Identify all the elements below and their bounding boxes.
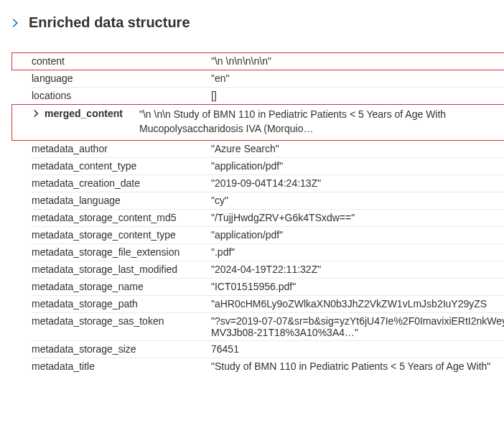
key-metadata-content-type: metadata_content_type — [32, 160, 211, 172]
row-metadata-title[interactable]: metadata_title "Study of BMN 110 in Pedi… — [32, 358, 504, 375]
row-metadata-storage-sas-token[interactable]: metadata_storage_sas_token "?sv=2019-07-… — [32, 312, 504, 340]
section-title: Enriched data structure — [29, 14, 190, 31]
key-merged-content: merged_content — [32, 108, 139, 119]
row-language[interactable]: language "en" — [32, 70, 504, 87]
key-metadata-author: metadata_author — [32, 143, 211, 154]
chevron-right-icon — [10, 18, 20, 28]
key-metadata-storage-content-md5: metadata_storage_content_md5 — [32, 212, 211, 223]
row-metadata-storage-size[interactable]: metadata_storage_size 76451 — [32, 340, 504, 358]
row-metadata-content-type[interactable]: metadata_content_type "application/pdf" — [32, 157, 504, 174]
row-metadata-storage-path[interactable]: metadata_storage_path "aHR0cHM6Ly9oZWlka… — [32, 295, 504, 312]
val-metadata-title: "Study of BMN 110 in Pediatric Patients … — [211, 360, 504, 372]
key-metadata-title: metadata_title — [32, 360, 211, 372]
key-metadata-storage-size: metadata_storage_size — [32, 343, 211, 355]
row-metadata-creation-date[interactable]: metadata_creation_date "2019-09-04T14:24… — [32, 174, 504, 192]
val-metadata-author: "Azure Search" — [211, 143, 504, 154]
key-locations: locations — [32, 90, 211, 101]
chevron-right-icon — [32, 109, 40, 118]
merged-content-label: merged_content — [45, 108, 123, 119]
key-metadata-storage-last-modified: metadata_storage_last_modified — [32, 264, 211, 275]
val-language: "en" — [211, 73, 504, 84]
key-metadata-storage-content-type: metadata_storage_content_type — [32, 229, 211, 241]
row-merged-content[interactable]: merged_content "\n \n\n Study of BMN 110… — [32, 104, 504, 140]
val-metadata-storage-file-extension: ".pdf" — [211, 246, 504, 258]
val-metadata-language: "cy" — [211, 195, 504, 206]
val-metadata-storage-sas-token: "?sv=2019-07-07&sr=b&sig=yzYt6jU47Ie%2F0… — [211, 315, 504, 338]
row-metadata-storage-content-md5[interactable]: metadata_storage_content_md5 "/TujjHwdgZ… — [32, 209, 504, 226]
key-metadata-storage-file-extension: metadata_storage_file_extension — [32, 246, 211, 258]
key-metadata-creation-date: metadata_creation_date — [32, 177, 211, 189]
val-metadata-creation-date: "2019-09-04T14:24:13Z" — [211, 177, 504, 189]
val-metadata-storage-content-type: "application/pdf" — [211, 229, 504, 241]
val-metadata-content-type: "application/pdf" — [211, 160, 504, 172]
key-metadata-storage-name: metadata_storage_name — [32, 281, 211, 292]
row-metadata-storage-name[interactable]: metadata_storage_name "ICT01515956.pdf" — [32, 278, 504, 295]
data-table: content "\n \n\n\n\n\n" language "en" lo… — [32, 52, 504, 375]
val-metadata-storage-last-modified: "2024-04-19T22:11:32Z" — [211, 264, 504, 275]
row-content[interactable]: content "\n \n\n\n\n\n" — [32, 52, 504, 70]
val-content: "\n \n\n\n\n\n" — [211, 55, 504, 67]
row-metadata-author[interactable]: metadata_author "Azure Search" — [32, 140, 504, 157]
val-locations: [] — [211, 90, 504, 101]
row-metadata-storage-last-modified[interactable]: metadata_storage_last_modified "2024-04-… — [32, 261, 504, 278]
key-metadata-storage-sas-token: metadata_storage_sas_token — [32, 315, 211, 327]
val-metadata-storage-name: "ICT01515956.pdf" — [211, 281, 504, 292]
val-metadata-storage-content-md5: "/TujjHwdgZRV+G6k4TSxdw==" — [211, 212, 504, 223]
key-metadata-storage-path: metadata_storage_path — [32, 298, 211, 309]
key-metadata-language: metadata_language — [32, 195, 211, 206]
val-metadata-storage-size: 76451 — [211, 343, 504, 355]
row-metadata-storage-content-type[interactable]: metadata_storage_content_type "applicati… — [32, 226, 504, 243]
row-locations[interactable]: locations [] — [32, 87, 504, 104]
row-metadata-storage-file-extension[interactable]: metadata_storage_file_extension ".pdf" — [32, 243, 504, 261]
row-metadata-language[interactable]: metadata_language "cy" — [32, 192, 504, 209]
val-metadata-storage-path: "aHR0cHM6Ly9oZWlkaXN0b3JhZ2VkZW1vLmJsb2I… — [211, 298, 504, 309]
key-language: language — [32, 73, 211, 84]
key-content: content — [32, 55, 211, 67]
val-merged-content: "\n \n\n Study of BMN 110 in Pediatric P… — [139, 108, 504, 136]
section-header[interactable]: Enriched data structure — [10, 14, 494, 31]
